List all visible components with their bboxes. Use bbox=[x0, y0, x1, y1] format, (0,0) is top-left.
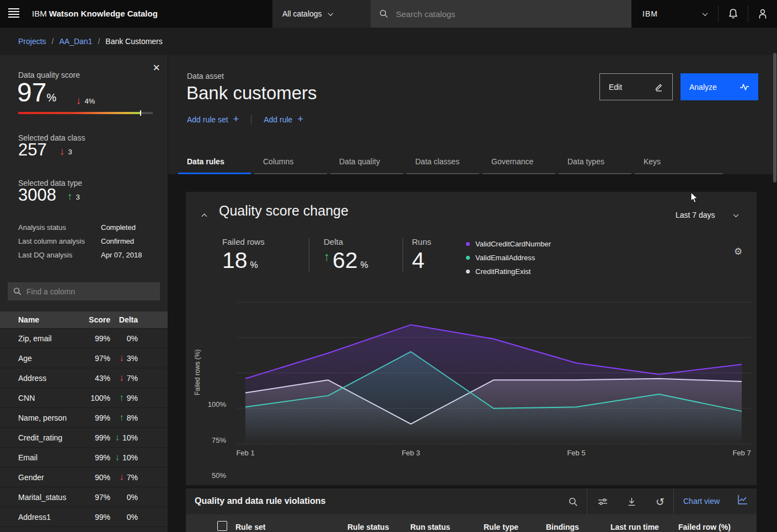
catalog-search[interactable] bbox=[371, 0, 631, 28]
catalog-filter-dropdown[interactable]: All catalogs bbox=[272, 0, 371, 28]
breadcrumb-projects[interactable]: Projects bbox=[18, 37, 46, 46]
search-icon bbox=[569, 497, 578, 507]
plus-icon: + bbox=[233, 114, 239, 125]
column-score: 43% bbox=[83, 374, 110, 383]
search-input[interactable] bbox=[396, 9, 594, 19]
stat-failed-rows: Failed rows 18 % bbox=[222, 237, 265, 273]
select-all-checkbox[interactable] bbox=[217, 521, 227, 531]
breadcrumb-separator: / bbox=[52, 37, 54, 46]
analyze-button[interactable]: Analyze bbox=[680, 73, 758, 100]
column-row[interactable]: Name, person99%↑8% bbox=[0, 407, 168, 427]
arrow-down-icon: ↓ bbox=[76, 95, 82, 107]
divider bbox=[251, 115, 251, 125]
edit-button[interactable]: Edit bbox=[599, 73, 673, 100]
column-name: Marital_status bbox=[0, 493, 83, 502]
settings-adjust-icon bbox=[598, 497, 608, 507]
download-icon bbox=[627, 497, 636, 507]
column-row[interactable]: Zip, email99%0% bbox=[0, 328, 168, 348]
quality-score-delta: ↓ 4% bbox=[76, 95, 95, 107]
column-score: 99% bbox=[83, 453, 110, 462]
line-chart: Feb 1Feb 3Feb 5Feb 7 bbox=[237, 294, 751, 460]
svg-text:Feb 5: Feb 5 bbox=[567, 449, 585, 457]
reset-icon[interactable]: ↺ bbox=[651, 493, 669, 510]
column-score: 97% bbox=[83, 493, 110, 502]
column-score: 100% bbox=[83, 394, 110, 402]
y-axis-label: Failed rows (%) bbox=[194, 331, 201, 413]
date-range-dropdown[interactable]: Last 7 days bbox=[676, 211, 738, 219]
svg-text:Feb 7: Feb 7 bbox=[732, 449, 751, 457]
tab-data-quality[interactable]: Data quality bbox=[330, 151, 403, 174]
column-delta: 7% bbox=[127, 473, 138, 482]
chart-view-toggle[interactable]: Chart view bbox=[683, 497, 720, 506]
chart-icon[interactable] bbox=[737, 495, 748, 507]
add-rule-set-link[interactable]: Add rule set+ bbox=[187, 114, 239, 126]
profile-button[interactable] bbox=[748, 0, 777, 28]
product-title: IBM Watson Knowledge Catalog bbox=[32, 9, 158, 18]
legend-swatch bbox=[466, 270, 470, 273]
column-name: Address1 bbox=[0, 513, 83, 522]
column-delta: 7% bbox=[127, 374, 138, 383]
tab-data-classes[interactable]: Data classes bbox=[406, 151, 479, 174]
column-row[interactable]: Gender90%↓7% bbox=[0, 467, 168, 487]
search-icon bbox=[379, 9, 388, 18]
chart-legend: ValidCreditCardNumber ValidEmailAddress … bbox=[466, 237, 551, 278]
download-button[interactable] bbox=[623, 493, 640, 510]
menu-icon[interactable] bbox=[8, 8, 19, 19]
find-column-input[interactable] bbox=[26, 287, 148, 296]
column-name: Credit_rating bbox=[0, 433, 83, 442]
arrow-up-icon: ↑ bbox=[67, 191, 73, 203]
column-score: 99% bbox=[83, 334, 110, 343]
delta-arrow-icon: ↓ bbox=[115, 433, 120, 442]
column-delta: 9% bbox=[127, 394, 138, 402]
data-type-delta: ↑ 3 bbox=[67, 191, 80, 203]
tab-data-types[interactable]: Data types bbox=[559, 151, 631, 174]
tab-columns[interactable]: Columns bbox=[254, 151, 327, 174]
account-dropdown[interactable]: IBM bbox=[631, 0, 718, 28]
legend-swatch bbox=[466, 256, 470, 260]
y-axis-ticks: 100%75%50% 25%0 bbox=[186, 294, 229, 454]
edit-pencil-icon bbox=[655, 83, 663, 92]
quality-score-change-panel: Quality score change Last 7 days Failed … bbox=[186, 192, 757, 485]
column-score: 99% bbox=[83, 413, 110, 422]
delta-arrow-icon: ↑ bbox=[119, 413, 124, 422]
column-score: 97% bbox=[83, 354, 110, 363]
column-row[interactable]: Address43%↓7% bbox=[0, 368, 168, 388]
gear-icon[interactable]: ⚙ bbox=[734, 246, 742, 257]
column-row[interactable]: Credit_rating99%↓10% bbox=[0, 427, 168, 447]
search-button[interactable] bbox=[564, 493, 582, 510]
breadcrumb-current: Bank Customers bbox=[105, 37, 162, 46]
legend-item[interactable]: ValidEmailAddress bbox=[466, 251, 551, 265]
column-row[interactable]: Email99%↓10% bbox=[0, 447, 168, 467]
asset-type-label: Data asset bbox=[187, 72, 224, 80]
page-title: Bank customers bbox=[186, 83, 317, 104]
filter-button[interactable] bbox=[594, 493, 612, 510]
tab-keys[interactable]: Keys bbox=[635, 151, 723, 174]
legend-item[interactable]: ValidCreditCardNumber bbox=[466, 237, 551, 251]
user-icon bbox=[758, 8, 768, 19]
column-row[interactable]: Age97%↓3% bbox=[0, 348, 168, 368]
divider bbox=[403, 238, 403, 272]
column-row[interactable]: ↑ bbox=[0, 526, 168, 532]
legend-item[interactable]: CreditRatingExist bbox=[466, 265, 551, 278]
notifications-button[interactable] bbox=[719, 0, 747, 28]
collapse-chevron-icon[interactable] bbox=[202, 211, 206, 221]
asset-tabs: Data rules Columns Data quality Data cla… bbox=[178, 151, 723, 174]
violations-title: Quality and data rule violations bbox=[195, 496, 325, 506]
search-icon bbox=[13, 287, 22, 295]
svg-text:Feb 1: Feb 1 bbox=[236, 449, 254, 457]
arrow-down-icon: ↓ bbox=[60, 146, 65, 158]
close-icon[interactable]: × bbox=[153, 62, 160, 74]
tab-governance[interactable]: Governance bbox=[483, 151, 555, 174]
scrollbar-thumb[interactable] bbox=[773, 53, 776, 182]
column-name: Age bbox=[0, 354, 83, 363]
breadcrumb-project[interactable]: AA_Dan1 bbox=[59, 37, 92, 46]
tab-data-rules[interactable]: Data rules bbox=[178, 151, 251, 174]
find-column-search[interactable] bbox=[8, 282, 160, 300]
gauge-marker bbox=[140, 110, 141, 116]
column-row[interactable]: Address199%0% bbox=[0, 507, 168, 526]
column-row[interactable]: Marital_status97%0% bbox=[0, 487, 168, 507]
column-row[interactable]: CNN100%↑9% bbox=[0, 388, 168, 407]
add-rule-link[interactable]: Add rule+ bbox=[264, 114, 303, 126]
column-delta: 3% bbox=[127, 354, 138, 363]
bell-icon bbox=[728, 8, 738, 19]
